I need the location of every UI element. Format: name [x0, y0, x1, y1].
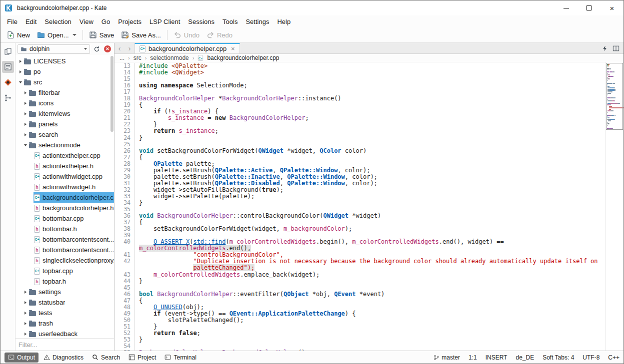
save-as-button[interactable]: Save As... [118, 29, 164, 41]
project-selector[interactable]: dolphin [18, 44, 90, 54]
minimize-button[interactable] [554, 0, 578, 15]
code-line-18[interactable]: 18BackgroundColorHelper *BackgroundColor… [114, 95, 605, 102]
breadcrumb-file[interactable]: backgroundcolorhelper.cpp [207, 54, 279, 61]
redo-button[interactable]: Redo [203, 29, 236, 41]
code-line-16[interactable]: 16using namespace SelectionMode; [114, 82, 605, 89]
cursor-position[interactable]: 1:1 [468, 354, 477, 361]
code-editor[interactable]: 13#include <QPalette>14#include <QWidget… [114, 62, 605, 351]
diagnostics-button[interactable]: Diagnostics [40, 353, 87, 363]
tree-file-bottombarcontentscont...[interactable]: bottombarcontentscont... [16, 245, 114, 255]
tabs-back-button[interactable]: ‹ [114, 43, 124, 53]
tree-folder-icons[interactable]: icons [16, 98, 114, 108]
undo-button[interactable]: Undo [170, 29, 203, 41]
tree-file-bottombarcontentscont...[interactable]: bottombarcontentscont... [16, 234, 114, 245]
menu-go[interactable]: Go [98, 16, 114, 27]
search-button[interactable]: Search [88, 353, 124, 363]
maximize-button[interactable] [578, 0, 600, 15]
tree-folder-po[interactable]: po [16, 66, 114, 77]
tree-file-actionwithwidget.cpp[interactable]: actionwithwidget.cpp [16, 171, 114, 182]
tabs-forward-button[interactable]: › [124, 43, 134, 53]
code-line-34[interactable]: 34} [114, 200, 605, 206]
tree-folder-panels[interactable]: panels [16, 119, 114, 129]
output-button[interactable]: Output [4, 353, 38, 363]
chevron-right-icon[interactable] [22, 333, 28, 336]
code-line-38[interactable]: 38 setBackgroundColorForWidget(widget, m… [114, 226, 605, 232]
breadcrumb-collapsed[interactable]: ... [120, 54, 124, 61]
file-list-button[interactable] [2, 61, 14, 73]
menu-selection[interactable]: Selection [40, 16, 75, 27]
syntax-mode[interactable]: C++ [608, 354, 620, 361]
tree-folder-selectionmode[interactable]: selectionmode [16, 140, 114, 150]
symbols-button[interactable] [2, 92, 14, 104]
open-button[interactable]: Open... [34, 29, 80, 41]
input-mode[interactable]: INSERT [486, 354, 508, 361]
tree-file-backgroundcolorhelper.c...[interactable]: backgroundcolorhelper.c... [16, 192, 114, 203]
code-line-26[interactable]: 26void setBackgroundColorForWidget(QWidg… [114, 148, 605, 154]
menu-lsp-client[interactable]: LSP Client [146, 16, 184, 27]
minimap[interactable] [605, 62, 624, 351]
menu-view[interactable]: View [76, 16, 98, 27]
code-line-46[interactable]: 46bool BackgroundColorHelper::eventFilte… [114, 291, 605, 298]
chevron-right-icon[interactable] [22, 123, 28, 126]
tree-folder-tests[interactable]: tests [16, 308, 114, 318]
menu-settings[interactable]: Settings [242, 16, 273, 27]
terminal-button[interactable]: Terminal [161, 353, 200, 363]
tree-folder-search[interactable]: search [16, 129, 114, 140]
chevron-right-icon[interactable] [22, 312, 28, 315]
code-line-14[interactable]: 14#include <QWidget> [114, 69, 605, 76]
menu-projects[interactable]: Projects [114, 16, 146, 27]
tree-file-actionwithwidget.h[interactable]: actionwithwidget.h [16, 182, 114, 192]
filter-input[interactable] [16, 339, 114, 351]
code-line-44[interactable]: 44} [114, 278, 605, 285]
code-line-43[interactable]: 43 m_colorControlledWidgets.emplace_back… [114, 272, 605, 278]
chevron-right-icon[interactable] [22, 291, 28, 294]
git-button[interactable] [2, 76, 14, 88]
tree-scrollbar[interactable] [110, 56, 114, 132]
chevron-right-icon[interactable] [22, 102, 28, 105]
tree-file-topbar.cpp[interactable]: topbar.cpp [16, 266, 114, 276]
tree-file-bottombar.cpp[interactable]: bottombar.cpp [16, 213, 114, 224]
tab-backgroundcolorhelper-cpp[interactable]: backgroundcolorhelper.cpp × [134, 43, 240, 53]
chevron-right-icon[interactable] [22, 322, 28, 325]
documents-button[interactable] [2, 45, 14, 57]
tree-scrollbar-thumb[interactable] [110, 56, 114, 132]
breadcrumb-src[interactable]: src [134, 54, 142, 61]
code-line-33[interactable]: 33 widget->setPalette(palette); [114, 193, 605, 200]
tab-settings[interactable]: Soft Tabs: 4 [542, 354, 574, 361]
tree-file-actiontexthelper.h[interactable]: actiontexthelper.h [16, 161, 114, 171]
refresh-button[interactable] [92, 44, 101, 53]
project-button[interactable]: Project [125, 353, 160, 363]
chevron-right-icon[interactable] [22, 301, 28, 304]
menu-edit[interactable]: Edit [22, 16, 40, 27]
code-line-24[interactable]: 24} [114, 135, 605, 141]
tree-folder-licenses[interactable]: LICENSES [16, 56, 114, 66]
tree-folder-userfeedback[interactable]: userfeedback [16, 329, 114, 339]
encoding[interactable]: UTF-8 [582, 354, 600, 361]
code-line-50[interactable]: 50 slotPaletteChanged(); [114, 317, 605, 324]
tree-file-bottombar.h[interactable]: bottombar.h [16, 224, 114, 234]
chevron-down-icon[interactable] [18, 81, 24, 83]
split-view-icon[interactable] [612, 45, 620, 52]
tree-folder-settings[interactable]: settings [16, 287, 114, 297]
menu-help[interactable]: Help [273, 16, 294, 27]
menu-tools[interactable]: Tools [218, 16, 242, 27]
chevron-right-icon[interactable] [18, 70, 24, 73]
code-line-21[interactable]: 21 s_instance = new BackgroundColorHelpe… [114, 115, 605, 121]
dictionary[interactable]: de_DE [516, 354, 534, 361]
code-line-36[interactable]: 36void BackgroundColorHelper::controlBac… [114, 213, 605, 219]
code-line-23[interactable]: 23 return s_instance; [114, 128, 605, 134]
menu-file[interactable]: File [3, 16, 22, 27]
tree-folder-statusbar[interactable]: statusbar [16, 297, 114, 308]
breadcrumb-selectionmode[interactable]: selectionmode [150, 54, 188, 61]
menu-sessions[interactable]: Sessions [184, 16, 218, 27]
new-button[interactable]: New [3, 29, 34, 41]
chevron-right-icon[interactable] [22, 112, 28, 115]
minimap-viewport[interactable] [606, 63, 623, 130]
tree-folder-kitemviews[interactable]: kitemviews [16, 108, 114, 119]
tree-file-backgroundcolorhelper.h[interactable]: backgroundcolorhelper.h [16, 203, 114, 213]
flash-icon[interactable] [602, 45, 608, 51]
tree-file-topbar.h[interactable]: topbar.h [16, 276, 114, 287]
tree-folder-src[interactable]: src [16, 77, 114, 87]
tree-file-actiontexthelper.cpp[interactable]: actiontexthelper.cpp [16, 150, 114, 161]
close-project-button[interactable]: ✕ [103, 44, 112, 53]
